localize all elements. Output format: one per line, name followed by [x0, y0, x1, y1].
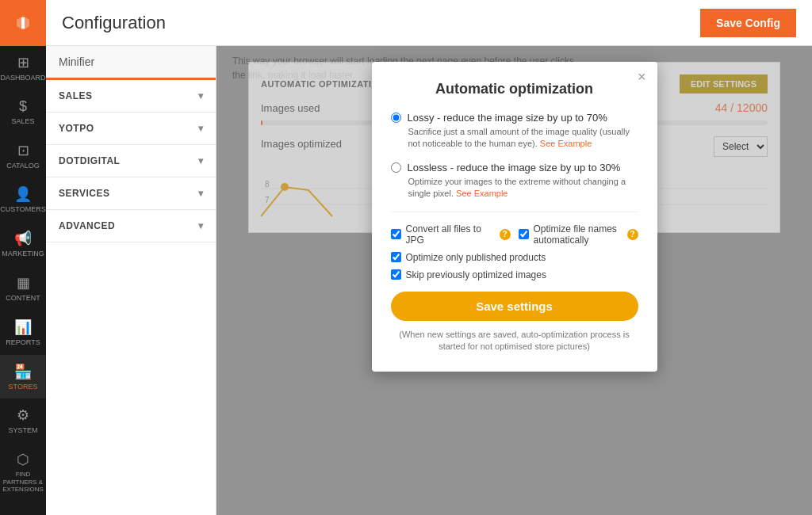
- sidebar-item-reports-label: Reports: [6, 338, 40, 347]
- sidebar-item-marketing[interactable]: 📢 Marketing: [0, 222, 46, 266]
- stores-icon: 🏪: [14, 363, 32, 380]
- nav-section-dotdigital: Dotdigital ▾: [46, 145, 216, 177]
- checkbox-skip-optimized-text: Skip previously optimized images: [406, 269, 546, 280]
- catalog-icon: ⊡: [17, 142, 29, 159]
- radio-option-lossless: Lossless - reduce the image size by up t…: [391, 162, 638, 200]
- system-icon: ⚙: [17, 406, 29, 424]
- extensions-icon: ⬡: [17, 451, 29, 468]
- images-used-count: 44 / 12000: [715, 101, 768, 114]
- checkbox-skip-optimized[interactable]: [391, 269, 401, 280]
- radio-lossy-text: Lossy - reduce the image size by up to 7…: [408, 112, 607, 124]
- checkbox-skip-optimized-label[interactable]: Skip previously optimized images: [391, 269, 638, 280]
- content-area: Minifier Sales ▾ Yotpo ▾ Dotdigital ▾: [46, 46, 812, 515]
- content-icon: ▦: [17, 274, 30, 292]
- left-nav: Minifier Sales ▾ Yotpo ▾ Dotdigital ▾: [46, 46, 216, 515]
- sidebar-item-system[interactable]: ⚙ System: [0, 399, 46, 443]
- sidebar-item-dashboard-label: Dashboard: [1, 74, 46, 82]
- nav-section-sales: Sales ▾: [46, 80, 216, 113]
- marketing-icon: 📢: [14, 230, 32, 247]
- radio-lossless-desc: Optimize your images to the extreme with…: [391, 176, 638, 200]
- magento-logo-icon: [11, 11, 35, 35]
- checkbox-optimize-names[interactable]: [519, 229, 529, 239]
- radio-option-lossy: Lossy - reduce the image size by up to 7…: [391, 112, 638, 151]
- modal-overlay: Automatic Optimization Edit Settings Ima…: [216, 46, 812, 515]
- edit-settings-button[interactable]: Edit Settings: [680, 74, 768, 93]
- nav-section-sales-header[interactable]: Sales ▾: [46, 80, 216, 112]
- modal-title: Automatic optimization: [391, 81, 638, 97]
- sidebar-item-stores-label: Stores: [9, 383, 38, 391]
- nav-section-yotpo: Yotpo ▾: [46, 113, 216, 145]
- checkbox-grid: Convert all files to JPG ? Optimize file…: [391, 223, 638, 280]
- main-panel: This way your browser will start loading…: [216, 46, 812, 515]
- images-used-label: Images used: [261, 102, 320, 114]
- nav-section-sales-label: Sales: [59, 90, 93, 101]
- header: Configuration Save Config: [46, 0, 812, 46]
- svg-rect-2: [21, 17, 25, 29]
- sidebar-item-extensions-label: Find Partners & Extensions: [2, 471, 44, 494]
- sidebar-item-sales-label: Sales: [11, 117, 34, 126]
- nav-section-dotdigital-label: Dotdigital: [59, 155, 120, 166]
- convert-jpg-help-icon[interactable]: ?: [500, 229, 511, 240]
- sidebar-item-catalog-label: Catalog: [6, 162, 40, 170]
- svg-text:7: 7: [265, 196, 270, 204]
- nav-section-advanced-label: Advanced: [59, 220, 115, 231]
- radio-lossy-desc: Sacrifice just a small amount of the ima…: [391, 126, 638, 151]
- advanced-chevron-icon: ▾: [198, 220, 204, 231]
- checkbox-published-only-text: Optimize only published products: [406, 252, 546, 263]
- modal-note: (When new settings are saved, auto-optim…: [391, 329, 638, 353]
- progress-bar-fill: [261, 120, 262, 125]
- dashboard-icon: ⊞: [17, 54, 29, 71]
- modal-divider: [391, 212, 638, 212]
- sidebar: ⊞ Dashboard $ Sales ⊡ Catalog 👤 Customer…: [0, 0, 46, 515]
- nav-section-advanced-header[interactable]: Advanced ▾: [46, 210, 216, 242]
- dotdigital-chevron-icon: ▾: [198, 155, 204, 166]
- lossy-see-example-link[interactable]: See Example: [540, 139, 592, 148]
- lossless-see-example-link[interactable]: See Example: [456, 189, 508, 198]
- radio-lossy-input[interactable]: [391, 113, 401, 123]
- svg-text:8: 8: [265, 180, 270, 189]
- nav-section-yotpo-header[interactable]: Yotpo ▾: [46, 113, 216, 144]
- sidebar-item-reports[interactable]: 📊 Reports: [0, 311, 46, 355]
- sidebar-item-stores[interactable]: 🏪 Stores: [0, 355, 46, 399]
- radio-lossy-label[interactable]: Lossy - reduce the image size by up to 7…: [391, 112, 638, 124]
- nav-section-advanced: Advanced ▾: [46, 210, 216, 242]
- checkbox-convert-jpg-label[interactable]: Convert all files to JPG ?: [391, 223, 511, 246]
- nav-section-yotpo-label: Yotpo: [59, 123, 94, 134]
- left-nav-top-label: Minifier: [46, 46, 216, 80]
- checkbox-convert-jpg-text: Convert all files to JPG: [406, 223, 495, 246]
- sidebar-logo[interactable]: [0, 0, 46, 46]
- radio-lossless-input[interactable]: [391, 162, 401, 173]
- radio-lossless-label[interactable]: Lossless - reduce the image size by up t…: [391, 162, 638, 174]
- sidebar-item-extensions[interactable]: ⬡ Find Partners & Extensions: [0, 443, 46, 502]
- optimize-names-help-icon[interactable]: ?: [627, 229, 638, 240]
- sidebar-item-customers-label: Customers: [0, 205, 45, 214]
- nav-section-services-header[interactable]: Services ▾: [46, 177, 216, 209]
- sales-chevron-icon: ▾: [198, 90, 204, 101]
- sidebar-item-system-label: System: [8, 426, 37, 435]
- page-title: Configuration: [62, 13, 166, 33]
- checkbox-published-only-label[interactable]: Optimize only published products: [391, 252, 638, 263]
- nav-section-services: Services ▾: [46, 177, 216, 210]
- yotpo-chevron-icon: ▾: [198, 123, 204, 134]
- sidebar-item-dashboard[interactable]: ⊞ Dashboard: [0, 46, 46, 90]
- modal-close-button[interactable]: ×: [638, 70, 646, 84]
- checkbox-published-only[interactable]: [391, 252, 401, 262]
- checkbox-optimize-names-label[interactable]: Optimize file names automatically ?: [519, 223, 638, 246]
- nav-section-dotdigital-header[interactable]: Dotdigital ▾: [46, 145, 216, 177]
- sidebar-item-content[interactable]: ▦ Content: [0, 266, 46, 311]
- save-config-button[interactable]: Save Config: [700, 9, 796, 37]
- chart-select-dropdown[interactable]: Select: [714, 136, 768, 157]
- modal-save-button[interactable]: Save settings: [391, 292, 638, 321]
- checkbox-convert-jpg[interactable]: [391, 229, 401, 239]
- reports-icon: 📊: [14, 319, 32, 336]
- auto-opt-title: Automatic Optimization: [261, 79, 385, 89]
- nav-section-services-label: Services: [59, 188, 109, 199]
- services-chevron-icon: ▾: [198, 188, 204, 199]
- main-container: Configuration Save Config Minifier Sales…: [46, 0, 812, 515]
- radio-lossless-text: Lossless - reduce the image size by up t…: [408, 162, 621, 174]
- sidebar-item-sales[interactable]: $ Sales: [0, 90, 46, 134]
- sidebar-item-catalog[interactable]: ⊡ Catalog: [0, 134, 46, 178]
- customers-icon: 👤: [14, 185, 32, 203]
- sidebar-item-customers[interactable]: 👤 Customers: [0, 177, 46, 222]
- automatic-optimization-modal: × Automatic optimization Lossy - reduce …: [372, 62, 657, 372]
